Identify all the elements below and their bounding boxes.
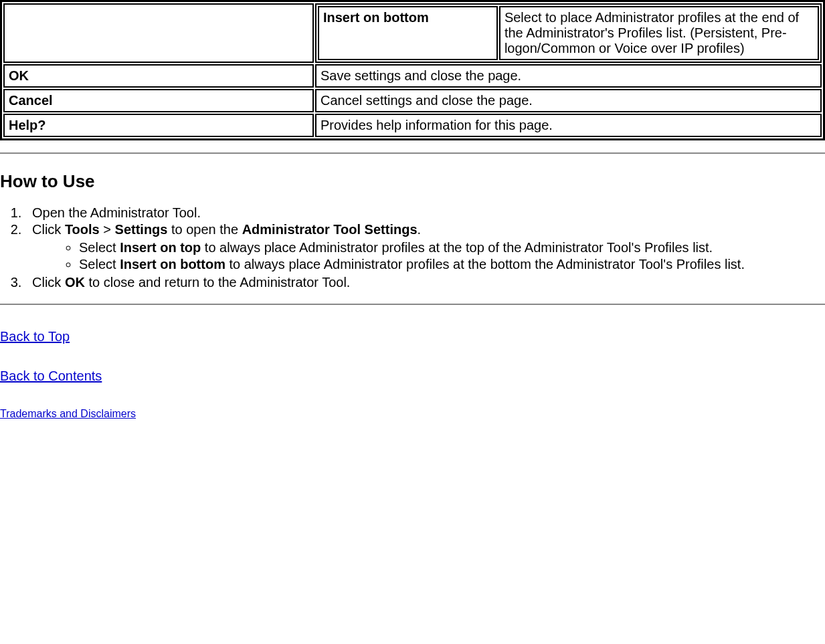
divider: [0, 304, 825, 305]
sub-a-rest: to always place Administrator profiles a…: [201, 240, 713, 255]
table-row: OK Save settings and close the page.: [3, 64, 822, 88]
list-item: Select Insert on bottom to always place …: [79, 257, 825, 272]
step3-bold: OK: [65, 275, 85, 290]
ok-label: OK: [9, 68, 29, 83]
step2-settings: Settings: [115, 222, 168, 237]
table-row: Cancel Cancel settings and close the pag…: [3, 89, 822, 112]
table-row: Insert on bottom Select to place Adminis…: [3, 3, 822, 63]
substeps-list: Select Insert on top to always place Adm…: [79, 240, 825, 272]
sub-a-prefix: Select: [79, 240, 120, 255]
sub-b-prefix: Select: [79, 257, 120, 272]
settings-table: Insert on bottom Select to place Adminis…: [0, 0, 825, 140]
sub-a-bold: Insert on top: [120, 240, 201, 255]
how-to-use-heading: How to Use: [0, 171, 825, 192]
help-label: Help?: [9, 118, 46, 132]
sub-b-rest: to always place Administrator profiles a…: [225, 257, 745, 272]
back-to-contents-link[interactable]: Back to Contents: [0, 368, 102, 384]
sub-b-bold: Insert on bottom: [120, 257, 225, 272]
insert-on-bottom-desc: Select to place Administrator profiles a…: [505, 10, 799, 56]
help-desc: Provides help information for this page.: [320, 118, 553, 132]
step2-end: .: [418, 222, 422, 237]
steps-list: Open the Administrator Tool. Click Tools…: [25, 205, 825, 290]
cell-nested: Insert on bottom Select to place Adminis…: [315, 3, 822, 63]
cell-empty: [3, 3, 314, 63]
back-to-top-link[interactable]: Back to Top: [0, 329, 70, 344]
divider: [0, 152, 825, 154]
ok-desc: Save settings and close the page.: [320, 68, 521, 83]
list-item: Click Tools > Settings to open the Admin…: [25, 222, 825, 272]
list-item: Click OK to close and return to the Admi…: [25, 275, 825, 290]
step3-prefix: Click: [32, 275, 65, 290]
cancel-desc: Cancel settings and close the page.: [320, 93, 533, 108]
page-container: Insert on bottom Select to place Adminis…: [0, 0, 825, 424]
table-row: Help? Provides help information for this…: [3, 114, 822, 137]
step1-text: Open the Administrator Tool.: [32, 205, 201, 220]
cancel-label: Cancel: [9, 93, 53, 108]
step2-prefix: Click: [32, 222, 65, 237]
step2-tools: Tools: [65, 222, 100, 237]
step2-target: Administrator Tool Settings: [242, 222, 418, 237]
step2-gt: >: [100, 222, 115, 237]
list-item: Select Insert on top to always place Adm…: [79, 240, 825, 255]
step2-mid: to open the: [167, 222, 242, 237]
step3-rest: to close and return to the Administrator…: [85, 275, 351, 290]
list-item: Open the Administrator Tool.: [25, 205, 825, 221]
insert-on-bottom-label: Insert on bottom: [323, 10, 429, 25]
trademarks-link[interactable]: Trademarks and Disclaimers: [0, 408, 136, 420]
